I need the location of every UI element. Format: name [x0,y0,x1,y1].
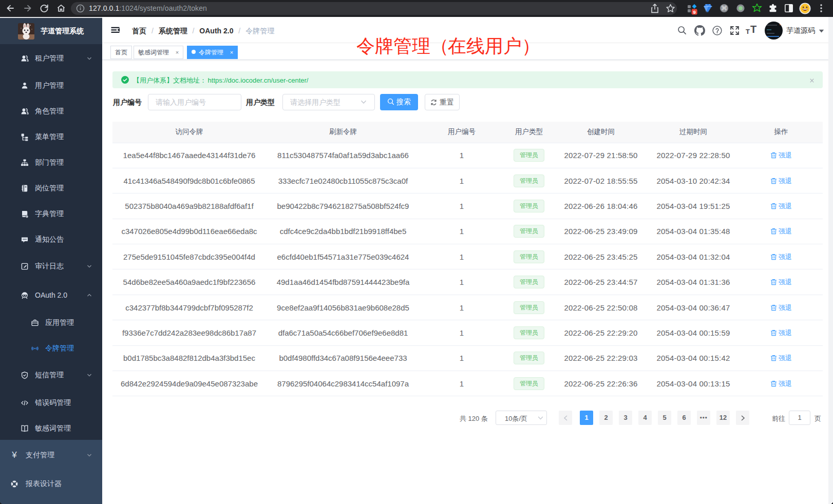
svg-text:9: 9 [693,9,695,15]
